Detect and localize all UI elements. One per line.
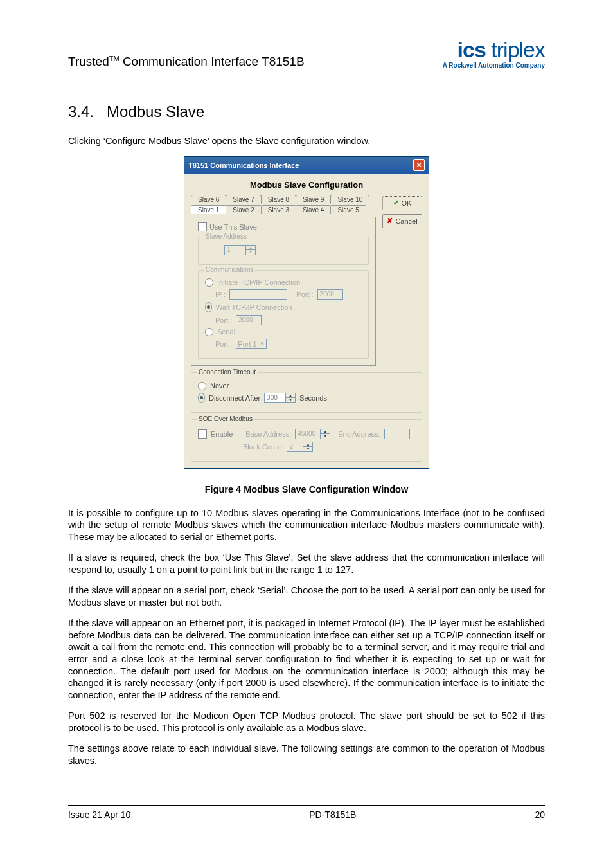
port-wait-label: Port : bbox=[215, 316, 232, 324]
down-arrow-icon[interactable]: ▼ bbox=[246, 250, 255, 255]
tab-slave-7[interactable]: Slave 7 bbox=[226, 195, 261, 204]
body-paragraph: If a slave is required, check the box ‘U… bbox=[68, 552, 545, 575]
tab-slave-4[interactable]: Slave 4 bbox=[296, 205, 331, 214]
body-paragraph: The settings above relate to each indivi… bbox=[68, 743, 545, 766]
dialog-header: Modbus Slave Configuration bbox=[184, 174, 429, 195]
ip-input[interactable] bbox=[229, 289, 287, 300]
communications-group: Communications Initiate TCP/IP Connectio… bbox=[198, 270, 369, 359]
disconnect-after-radio[interactable] bbox=[198, 393, 205, 403]
brand-block: ics triplex A Rockwell Automation Compan… bbox=[443, 39, 545, 69]
never-row[interactable]: Never bbox=[198, 382, 415, 390]
up-arrow-icon[interactable]: ▲ bbox=[246, 246, 255, 251]
logo-triplex: triplex bbox=[486, 37, 545, 62]
section-heading: 3.4. Modbus Slave bbox=[68, 103, 545, 121]
dialog-window: T8151 Communications Interface ✕ Modbus … bbox=[184, 156, 429, 469]
x-icon: ✘ bbox=[387, 217, 393, 225]
serial-port-label: Port : bbox=[215, 340, 232, 348]
down-arrow-icon[interactable]: ▼ bbox=[286, 398, 295, 402]
disconnect-after-label: Disconnect After bbox=[209, 394, 260, 402]
block-count-label: Block Count: bbox=[243, 443, 283, 451]
wait-tcpip-row[interactable]: Wait TCP/IP Connection bbox=[205, 302, 362, 312]
base-address-spinner[interactable]: 45000 ▲▼ bbox=[295, 429, 330, 439]
tagline-ra: Rockwell Automation bbox=[449, 62, 513, 69]
never-radio[interactable] bbox=[198, 382, 206, 390]
footer-right: 20 bbox=[535, 809, 545, 820]
disconnect-after-spinner[interactable]: 300 ▲▼ bbox=[264, 393, 296, 403]
dialog-title-text: T8151 Communications Interface bbox=[188, 161, 299, 169]
tab-slave-5[interactable]: Slave 5 bbox=[330, 205, 366, 214]
use-this-slave-row[interactable]: Use This Slave bbox=[198, 222, 369, 231]
footer-left: Issue 21 Apr 10 bbox=[68, 809, 130, 820]
tab-slave-2[interactable]: Slave 2 bbox=[226, 205, 261, 214]
up-arrow-icon[interactable]: ▲ bbox=[286, 393, 295, 399]
tab-slave-1[interactable]: Slave 1 bbox=[191, 205, 226, 214]
tab-slave-10[interactable]: Slave 10 bbox=[330, 195, 369, 204]
soe-over-modbus-title: SOE Over Modbus bbox=[197, 415, 254, 422]
body-paragraph: It is possible to configure up to 10 Mod… bbox=[68, 507, 545, 543]
tagline: A Rockwell Automation Company bbox=[443, 62, 545, 69]
use-this-slave-checkbox[interactable] bbox=[198, 222, 207, 231]
soe-over-modbus-group: SOE Over Modbus Enable Base Address: 450… bbox=[191, 419, 422, 462]
tab-slave-6[interactable]: Slave 6 bbox=[191, 195, 226, 204]
tab-panel: Use This Slave Slave Address 1 ▲▼ bbox=[191, 217, 376, 366]
body-paragraph: Port 502 is reserved for the Modicon Ope… bbox=[68, 710, 545, 734]
up-arrow-icon[interactable]: ▲ bbox=[321, 429, 330, 435]
disconnect-after-value[interactable]: 300 bbox=[264, 393, 286, 403]
tab-slave-9[interactable]: Slave 9 bbox=[296, 195, 331, 204]
page-footer: Issue 21 Apr 10 PD-T8151B 20 bbox=[68, 805, 545, 820]
wait-tcpip-radio[interactable] bbox=[205, 302, 212, 312]
soe-enable-checkbox[interactable] bbox=[198, 429, 207, 439]
logo-ics: ics bbox=[458, 37, 486, 62]
tagline-a: A bbox=[443, 62, 449, 69]
port-top-input[interactable]: 2000 bbox=[317, 289, 343, 300]
slave-address-value[interactable]: 1 bbox=[224, 245, 246, 255]
initiate-tcpip-radio[interactable] bbox=[205, 278, 213, 287]
ok-label: OK bbox=[402, 199, 412, 207]
down-arrow-icon[interactable]: ▼ bbox=[321, 434, 330, 439]
serial-radio[interactable] bbox=[205, 328, 213, 336]
tab-slave-8[interactable]: Slave 8 bbox=[261, 195, 296, 204]
tagline-comp: Company bbox=[514, 62, 545, 69]
body-paragraph: If the slave will appear on an Ethernet … bbox=[68, 617, 545, 701]
down-arrow-icon[interactable]: ▼ bbox=[303, 447, 312, 451]
intro-paragraph: Clicking ‘Configure Modbus Slave’ opens … bbox=[68, 135, 545, 147]
figure-caption: Figure 4 Modbus Slave Configuration Wind… bbox=[68, 484, 545, 494]
footer-center: PD-T8151B bbox=[309, 809, 356, 820]
serial-port-select[interactable]: Port 1▼ bbox=[236, 339, 266, 349]
serial-label: Serial bbox=[217, 328, 235, 336]
dialog-titlebar[interactable]: T8151 Communications Interface ✕ bbox=[184, 157, 429, 174]
initiate-tcpip-label: Initiate TCP/IP Connection bbox=[217, 278, 300, 286]
up-arrow-icon[interactable]: ▲ bbox=[303, 442, 312, 448]
disconnect-after-row[interactable]: Disconnect After 300 ▲▼ Seconds bbox=[198, 393, 415, 403]
cancel-button[interactable]: ✘Cancel bbox=[382, 214, 422, 228]
ok-button[interactable]: ✔OK bbox=[382, 196, 422, 210]
chevron-down-icon: ▼ bbox=[260, 341, 265, 347]
check-icon: ✔ bbox=[393, 199, 399, 207]
seconds-label: Seconds bbox=[299, 394, 327, 402]
never-label: Never bbox=[210, 382, 229, 390]
section-title: Modbus Slave bbox=[107, 103, 204, 120]
block-count-spinner[interactable]: 2 ▲▼ bbox=[287, 442, 313, 452]
connection-timeout-group: Connection Timeout Never Disconnect Afte… bbox=[191, 372, 422, 413]
header-rule bbox=[68, 73, 545, 73]
slave-address-spinner[interactable]: 1 ▲▼ bbox=[224, 245, 256, 255]
serial-row[interactable]: Serial bbox=[205, 328, 362, 336]
port-top-label: Port : bbox=[296, 291, 313, 298]
wait-tcpip-label: Wait TCP/IP Connection bbox=[216, 303, 292, 311]
port-wait-input[interactable]: 2000 bbox=[236, 315, 262, 325]
connection-timeout-title: Connection Timeout bbox=[197, 368, 258, 375]
block-count-value[interactable]: 2 bbox=[287, 442, 303, 452]
soe-enable-label: Enable bbox=[211, 430, 233, 438]
use-this-slave-label: Use This Slave bbox=[209, 223, 257, 231]
tab-slave-3[interactable]: Slave 3 bbox=[261, 205, 296, 214]
doc-title-suffix: Communication Interface T8151B bbox=[120, 55, 305, 68]
end-address-label: End Address: bbox=[338, 430, 380, 438]
slave-tabs: Slave 6 Slave 7 Slave 8 Slave 9 Slave 10… bbox=[191, 195, 376, 217]
end-address-value[interactable] bbox=[384, 429, 410, 439]
close-icon[interactable]: ✕ bbox=[413, 159, 425, 171]
base-address-label: Base Address: bbox=[245, 430, 291, 438]
base-address-value[interactable]: 45000 bbox=[295, 429, 321, 439]
initiate-tcpip-row[interactable]: Initiate TCP/IP Connection bbox=[205, 278, 362, 287]
ip-label: IP : bbox=[215, 291, 226, 298]
communications-group-title: Communications bbox=[204, 266, 255, 273]
